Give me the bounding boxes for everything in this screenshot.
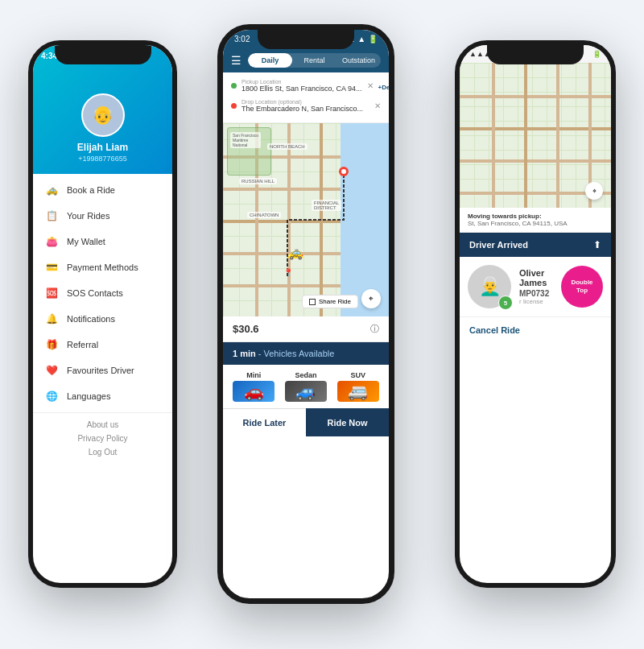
details-link[interactable]: +Details xyxy=(378,84,394,91)
available-label: - Vehicles Available xyxy=(258,349,335,358)
phone-right: ▲▲▲ 🔋 ⌖ Moving towards pickup: St, San F… xyxy=(455,40,616,588)
double-tap-label2: Top xyxy=(576,287,588,295)
drop-dot xyxy=(231,103,237,109)
menu-item-favourites[interactable]: ❤️ Favourites Driver xyxy=(33,358,172,383)
payment-icon: 💳 xyxy=(44,260,59,275)
sos-icon: 🆘 xyxy=(44,286,59,300)
pickup-clear-button[interactable]: ✕ xyxy=(367,81,374,90)
double-tap-label: Double xyxy=(571,279,592,287)
mid-notch xyxy=(258,30,354,49)
about-us-link[interactable]: About us xyxy=(44,418,161,432)
heart-icon: ❤️ xyxy=(44,363,59,378)
menu-label-referral: Referral xyxy=(67,340,98,349)
driver-avatar-emoji: 👨‍🦳 xyxy=(479,276,501,297)
tab-rental[interactable]: Rental xyxy=(292,53,336,68)
vehicles-header: 1 min - Vehicles Available xyxy=(223,342,389,365)
rating-value: 5 xyxy=(504,300,507,307)
vehicle-mini-img: 🚗 xyxy=(233,381,275,402)
menu-item-my-wallet[interactable]: 👛 My Wallet xyxy=(33,229,172,254)
menu-label-your-rides: Your Rides xyxy=(67,211,109,221)
menu-item-book-ride[interactable]: 🚕 Book a Ride xyxy=(33,177,172,203)
rides-icon: 📋 xyxy=(44,209,59,223)
person-marker: 📍 xyxy=(283,268,293,277)
rating-badge: 5 xyxy=(498,296,513,310)
share-ride-checkbox xyxy=(309,299,316,305)
tab-daily[interactable]: Daily xyxy=(248,53,292,68)
drop-value[interactable]: The Embarcadero N, San Francisco... xyxy=(242,105,369,113)
pickup-label: Pickup Location xyxy=(242,79,362,85)
phone-left: 4:34 ▶ 👴 Elijah Liam +19988776655 🚕 Book… xyxy=(28,40,177,588)
ride-later-button[interactable]: Ride Later xyxy=(223,408,306,436)
vehicle-suv-img: 🚐 xyxy=(337,381,379,402)
share-icon[interactable]: ⬆ xyxy=(593,239,601,250)
menu-item-languages[interactable]: 🌐 Languages xyxy=(33,383,172,409)
moving-towards-label: Moving towards pickup: xyxy=(468,213,603,220)
driver-card: 👨‍🦳 5 Oliver James MP0732 r license Doub… xyxy=(460,257,611,316)
drop-clear-button[interactable]: ✕ xyxy=(374,101,381,110)
vehicle-suv[interactable]: SUV 🚐 xyxy=(337,371,379,402)
globe-icon: 🌐 xyxy=(44,389,59,403)
menu-label-sos: SOS Contacts xyxy=(67,288,123,298)
route-svg xyxy=(223,123,389,316)
vehicle-sedan[interactable]: Sedan 🚙 xyxy=(285,371,327,402)
vehicle-list: Mini 🚗 Sedan 🚙 SUV 🚐 xyxy=(223,365,389,408)
phone-middle: 3:02 ▲ ▲ 🔋 ☰ Daily Rental Outstation Pic… xyxy=(217,24,394,604)
compass-button[interactable]: ⌖ xyxy=(361,289,381,308)
menu-label-my-wallet: My Wallet xyxy=(67,237,105,246)
vehicle-sedan-img: 🚙 xyxy=(285,381,327,402)
mid-top-bar: ☰ Daily Rental Outstation xyxy=(223,48,389,72)
price-info-icon[interactable]: ⓘ xyxy=(370,323,379,335)
tab-outstation[interactable]: Outstation xyxy=(336,53,381,68)
location-bar: Pickup Location 1800 Ellis St, San Franc… xyxy=(223,72,389,123)
gift-icon: 🎁 xyxy=(44,337,59,352)
double-tap-badge[interactable]: Double Top xyxy=(561,266,603,308)
mid-map-area: San FranciscoMaritimeNational NORTH BEAC… xyxy=(223,123,389,316)
menu-label-languages: Languages xyxy=(67,391,110,401)
right-map-area: ⌖ xyxy=(460,63,611,208)
menu-item-payment-methods[interactable]: 💳 Payment Methods xyxy=(33,254,172,280)
driver-info: Oliver James MP0732 r license xyxy=(519,268,553,305)
ride-now-button[interactable]: Ride Now xyxy=(306,408,389,436)
drop-label: Drop Location (optional) xyxy=(242,99,369,105)
log-out-link[interactable]: Log Out xyxy=(44,445,161,459)
price-bar: $30.6 ⓘ xyxy=(223,316,389,342)
menu-item-referral[interactable]: 🎁 Referral xyxy=(33,332,172,358)
tab-group: Daily Rental Outstation xyxy=(248,53,381,68)
share-ride-label: Share Ride xyxy=(319,298,351,305)
right-battery: 🔋 xyxy=(592,50,601,58)
left-notch xyxy=(55,45,151,64)
bell-icon: 🔔 xyxy=(44,312,59,326)
driver-avatar: 👨‍🦳 5 xyxy=(468,265,511,308)
pickup-address: St, San Francisco, CA 94115, USA xyxy=(468,220,603,227)
vehicle-mini-label: Mini xyxy=(246,371,261,379)
wallet-icon: 👛 xyxy=(44,234,59,249)
left-menu: 🚕 Book a Ride 📋 Your Rides 👛 My Wallet 💳… xyxy=(33,174,172,412)
svg-point-1 xyxy=(341,169,346,174)
avatar-emoji: 👴 xyxy=(92,105,114,126)
right-compass-button[interactable]: ⌖ xyxy=(585,182,603,200)
vehicle-suv-label: SUV xyxy=(350,371,365,379)
user-phone: +19988776655 xyxy=(78,155,126,163)
driver-license-label: r license xyxy=(519,298,553,305)
vehicle-mini[interactable]: Mini 🚗 xyxy=(233,371,275,402)
avatar: 👴 xyxy=(81,93,125,137)
cancel-ride-button[interactable]: Cancel Ride xyxy=(460,316,611,343)
mid-time: 3:02 xyxy=(234,35,250,43)
pickup-value[interactable]: 1800 Ellis St, San Francisco, CA 94... xyxy=(242,85,362,93)
driver-plate: MP0732 xyxy=(519,289,553,298)
menu-label-notifications: Notifications xyxy=(67,314,115,324)
pickup-dot xyxy=(231,83,237,89)
left-header: 4:34 ▶ 👴 Elijah Liam +19988776655 xyxy=(33,45,172,174)
menu-item-notifications[interactable]: 🔔 Notifications xyxy=(33,306,172,332)
price-value: $30.6 xyxy=(233,323,259,335)
menu-label-book-ride: Book a Ride xyxy=(67,185,115,195)
menu-label-favourites: Favourites Driver xyxy=(67,366,134,375)
user-name: Elijah Liam xyxy=(77,142,128,153)
eta-value: 1 min xyxy=(233,349,256,358)
hamburger-icon[interactable]: ☰ xyxy=(231,54,242,67)
privacy-policy-link[interactable]: Privacy Policy xyxy=(44,432,161,445)
menu-item-your-rides[interactable]: 📋 Your Rides xyxy=(33,203,172,229)
driver-name: Oliver James xyxy=(519,268,553,287)
menu-item-sos-contacts[interactable]: 🆘 SOS Contacts xyxy=(33,280,172,306)
share-ride-button[interactable]: Share Ride xyxy=(302,295,358,308)
